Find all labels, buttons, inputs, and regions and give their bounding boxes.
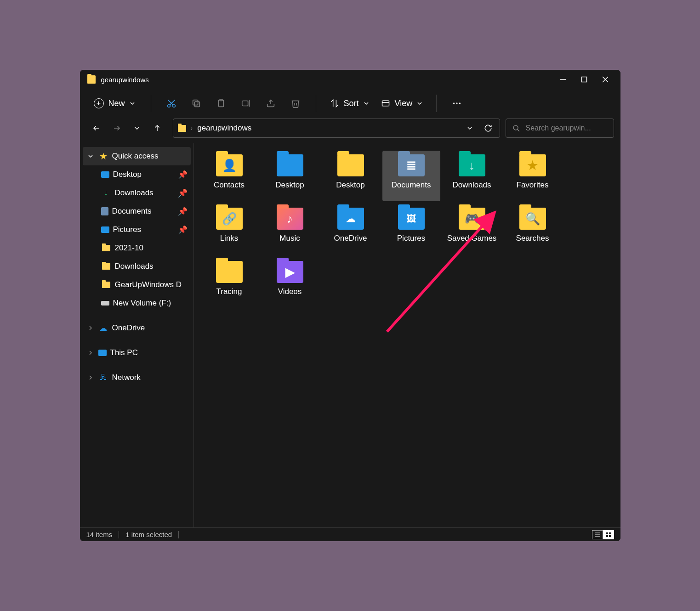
sidebar: ★ Quick access Desktop 📌 ↓ Downloads 📌 D… [80, 143, 194, 527]
folder-icon [216, 261, 243, 283]
separator [151, 95, 151, 112]
folder-icon: ≣ [398, 154, 425, 176]
folder-label: Pictures [397, 233, 425, 243]
sidebar-item-folder[interactable]: GearUpWindows D [83, 276, 191, 294]
address-dropdown[interactable] [463, 125, 477, 131]
sidebar-label: OneDrive [112, 323, 187, 333]
maximize-button[interactable] [574, 70, 595, 89]
up-button[interactable] [147, 118, 167, 138]
path-segment[interactable]: gearupwindows [197, 124, 251, 133]
view-label: View [395, 99, 413, 108]
close-button[interactable] [595, 70, 616, 89]
details-view-button[interactable] [592, 530, 603, 539]
icons-view-button[interactable] [603, 530, 614, 539]
folder-icon [277, 154, 303, 176]
folder-item[interactable]: ★Favorites [504, 151, 562, 201]
sidebar-label: Network [112, 373, 187, 382]
file-explorer-window: gearupwindows + New [80, 70, 620, 541]
toolbar: + New Sort View [80, 89, 620, 118]
sidebar-network[interactable]: 🖧 Network [83, 368, 191, 387]
address-bar[interactable]: › gearupwindows [173, 119, 500, 138]
share-button[interactable] [260, 92, 282, 114]
folder-icon: 🖼 [398, 208, 425, 230]
folder-item[interactable]: ≣Documents [382, 151, 440, 201]
pin-icon: 📌 [178, 225, 187, 235]
back-button[interactable] [86, 118, 107, 138]
folder-icon: ♪ [277, 208, 303, 230]
folder-item[interactable]: 🖼Pictures [382, 204, 440, 255]
sidebar-thispc[interactable]: This PC [83, 344, 191, 362]
svg-point-21 [459, 102, 461, 104]
folder-label: Contacts [214, 180, 245, 190]
folder-item[interactable]: Desktop [261, 151, 319, 201]
sidebar-item-desktop[interactable]: Desktop 📌 [83, 165, 191, 184]
folder-item[interactable]: ♪Music [261, 204, 319, 255]
history-button[interactable] [127, 118, 147, 138]
minimize-button[interactable] [552, 70, 574, 89]
sidebar-quick-access[interactable]: ★ Quick access [83, 147, 191, 165]
network-icon: 🖧 [98, 373, 108, 383]
onedrive-icon: ☁ [98, 323, 108, 333]
folder-item[interactable]: ↓Downloads [443, 151, 501, 201]
folder-item[interactable]: 🎮Saved Games [443, 204, 501, 255]
sidebar-onedrive[interactable]: ☁ OneDrive [83, 319, 191, 337]
svg-rect-8 [194, 102, 199, 107]
folder-label: Desktop [336, 180, 364, 190]
folder-icon: 🔍 [519, 208, 546, 230]
folder-icon: ☁ [337, 208, 364, 230]
folder-item[interactable]: 🔗Links [200, 204, 258, 255]
delete-button[interactable] [285, 92, 307, 114]
download-icon: ↓ [101, 188, 111, 198]
svg-point-20 [456, 102, 458, 104]
folder-item[interactable]: ▶Videos [261, 257, 319, 308]
chevron-down-icon [86, 153, 95, 159]
sidebar-item-documents[interactable]: Documents 📌 [83, 202, 191, 221]
content-area[interactable]: 👤ContactsDesktopDesktop≣Documents↓Downlo… [194, 143, 620, 527]
sidebar-item-folder[interactable]: Downloads [83, 257, 191, 276]
folder-item[interactable]: Tracing [200, 257, 258, 308]
svg-rect-9 [193, 100, 198, 105]
search-box[interactable]: Search gearupwin... [506, 119, 614, 138]
copy-button[interactable] [185, 92, 207, 114]
sort-button[interactable]: Sort [325, 95, 374, 112]
svg-point-25 [513, 125, 518, 130]
chevron-right-icon: › [191, 124, 193, 132]
folder-icon: 🎮 [459, 208, 485, 230]
sidebar-item-drive[interactable]: New Volume (F:) [83, 294, 191, 312]
separator [178, 531, 179, 538]
cut-button[interactable] [160, 92, 182, 114]
folder-label: Documents [392, 180, 431, 190]
forward-button[interactable] [107, 118, 127, 138]
sort-label: Sort [344, 99, 359, 108]
rename-button[interactable] [235, 92, 257, 114]
view-button[interactable]: View [376, 95, 427, 112]
folder-icon: ★ [519, 154, 546, 176]
more-button[interactable] [446, 92, 468, 114]
folder-label: Links [220, 233, 239, 243]
paste-button[interactable] [210, 92, 232, 114]
folder-label: Searches [516, 233, 549, 243]
folder-item[interactable]: 🔍Searches [504, 204, 562, 255]
separator [316, 95, 316, 112]
drive-icon [101, 301, 109, 306]
new-button[interactable]: + New [87, 95, 142, 112]
folder-label: Videos [278, 287, 302, 296]
folder-item[interactable]: ☁OneDrive [322, 204, 380, 255]
svg-rect-12 [242, 101, 248, 106]
folder-label: Desktop [275, 180, 304, 190]
folder-item[interactable]: Desktop [322, 151, 380, 201]
folder-grid: 👤ContactsDesktopDesktop≣Documents↓Downlo… [200, 151, 614, 308]
search-placeholder: Search gearupwin... [526, 124, 591, 132]
chevron-right-icon [86, 350, 95, 356]
refresh-button[interactable] [481, 124, 495, 132]
sidebar-item-folder[interactable]: 2021-10 [83, 239, 191, 257]
sidebar-item-pictures[interactable]: Pictures 📌 [83, 221, 191, 239]
new-label: New [108, 99, 125, 108]
documents-icon [101, 207, 108, 215]
pin-icon: 📌 [178, 207, 187, 216]
svg-point-19 [453, 102, 455, 104]
folder-item[interactable]: 👤Contacts [200, 151, 258, 201]
status-bar: 14 items 1 item selected [80, 527, 620, 541]
folder-icon: ▶ [277, 261, 303, 283]
sidebar-item-downloads[interactable]: ↓ Downloads 📌 [83, 184, 191, 202]
